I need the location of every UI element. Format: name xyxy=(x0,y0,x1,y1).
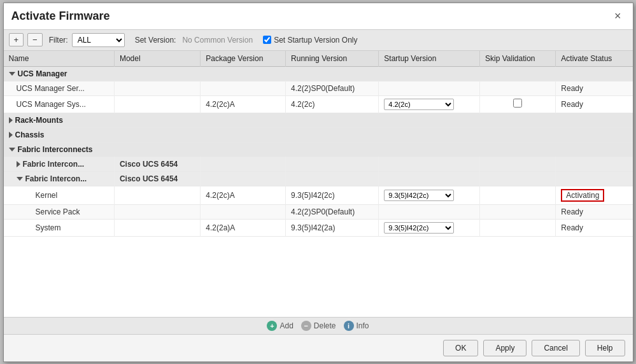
data-row-running-version: 4.2(2c) xyxy=(286,95,379,113)
data-row-package-version: 4.2(2a)A xyxy=(201,219,286,236)
data-row-package-version xyxy=(201,204,286,219)
expand-icon xyxy=(9,117,13,123)
table-header-row: Name Model Package Version Running Versi… xyxy=(4,51,633,67)
delete-label: Delete xyxy=(314,321,336,330)
subgroup-row-model: Cisco UCS 6454 xyxy=(114,157,200,171)
set-startup-checkbox[interactable] xyxy=(263,36,271,44)
info-label: Info xyxy=(357,321,369,330)
set-version-label: Set Version: xyxy=(135,36,176,45)
activate-firmware-dialog: Activate Firmware × + − Filter: ALL Read… xyxy=(3,3,633,362)
close-button[interactable]: × xyxy=(611,9,625,23)
table-row[interactable]: Service Pack4.2(2)SP0(Default)Ready xyxy=(4,204,633,219)
data-row-activate-status: Ready xyxy=(556,219,633,236)
data-row-name: UCS Manager Ser... xyxy=(4,81,115,95)
data-row-activate-status: Activating xyxy=(556,186,633,204)
delete-action[interactable]: − Delete xyxy=(301,321,336,331)
collapse-icon xyxy=(9,72,15,76)
data-row-running-version: 9.3(5)I42(2c) xyxy=(286,186,379,204)
data-row-activate-status: Ready xyxy=(556,81,633,95)
startup-version-select[interactable]: 4.2(2c) xyxy=(384,99,454,110)
data-row-activate-status: Ready xyxy=(556,204,633,219)
table-row[interactable]: UCS Manager Ser...4.2(2)SP0(Default)Read… xyxy=(4,81,633,95)
data-row-startup-version[interactable]: 4.2(2c) xyxy=(379,95,480,113)
data-row-startup-version xyxy=(379,81,480,95)
cancel-button[interactable]: Cancel xyxy=(532,340,579,356)
data-row-skip-validation xyxy=(480,186,556,204)
subgroup-row-model: Cisco UCS 6454 xyxy=(114,171,200,186)
data-row-model xyxy=(114,95,200,113)
add-button[interactable]: + xyxy=(9,33,24,46)
table-row: Fabric Intercon...Cisco UCS 6454 xyxy=(4,157,633,171)
data-row-startup-version[interactable]: 9.3(5)I42(2c) xyxy=(379,186,480,204)
help-button[interactable]: Help xyxy=(585,340,625,356)
col-name: Name xyxy=(4,51,115,67)
table-row[interactable]: System4.2(2a)A9.3(5)I42(2a)9.3(5)I42(2c)… xyxy=(4,219,633,236)
set-version-value: No Common Version xyxy=(182,36,253,45)
data-row-package-version: 4.2(2c)A xyxy=(201,186,286,204)
data-row-activate-status: Ready xyxy=(556,95,633,113)
data-row-skip-validation[interactable] xyxy=(480,95,556,113)
data-row-name: System xyxy=(4,219,115,236)
startup-version-select[interactable]: 9.3(5)I42(2c) xyxy=(384,222,454,234)
col-skip-validation: Skip Validation xyxy=(480,51,556,67)
data-row-running-version: 9.3(5)I42(2a) xyxy=(286,219,379,236)
skip-validation-checkbox[interactable] xyxy=(513,99,522,108)
data-row-model xyxy=(114,204,200,219)
data-row-model xyxy=(114,219,200,236)
collapse-icon xyxy=(17,177,23,181)
dialog-header: Activate Firmware × xyxy=(4,3,633,30)
subgroup-row-name[interactable]: Fabric Intercon... xyxy=(4,157,115,171)
filter-label: Filter: xyxy=(49,36,68,45)
add-label: Add xyxy=(279,321,293,330)
col-package-version: Package Version xyxy=(201,51,286,67)
toolbar: + − Filter: ALL Ready Activating Set Ver… xyxy=(4,30,633,51)
group-row-name[interactable]: Fabric Interconnects xyxy=(4,142,633,157)
table-row: Fabric Interconnects xyxy=(4,142,633,157)
apply-button[interactable]: Apply xyxy=(483,340,526,356)
data-row-skip-validation xyxy=(480,219,556,236)
table-area: Name Model Package Version Running Versi… xyxy=(4,51,633,317)
data-row-package-version: 4.2(2c)A xyxy=(201,95,286,113)
table-row: UCS Manager xyxy=(4,66,633,81)
table-row[interactable]: UCS Manager Sys...4.2(2c)A4.2(2c)4.2(2c)… xyxy=(4,95,633,113)
col-startup-version: Startup Version xyxy=(379,51,480,67)
data-row-model xyxy=(114,81,200,95)
info-action[interactable]: i Info xyxy=(344,321,369,331)
table-row: Rack-Mounts xyxy=(4,113,633,127)
status-activating-badge: Activating xyxy=(561,189,604,202)
remove-button[interactable]: − xyxy=(27,33,43,46)
expand-icon xyxy=(17,161,20,167)
delete-icon: − xyxy=(301,321,311,331)
table-row[interactable]: Kernel4.2(2c)A9.3(5)I42(2c)9.3(5)I42(2c)… xyxy=(4,186,633,204)
data-row-skip-validation xyxy=(480,204,556,219)
col-model: Model xyxy=(114,51,200,67)
info-icon: i xyxy=(344,321,354,331)
group-row-name[interactable]: UCS Manager xyxy=(4,66,633,81)
data-row-name: UCS Manager Sys... xyxy=(4,95,115,113)
col-running-version: Running Version xyxy=(286,51,379,67)
firmware-table: Name Model Package Version Running Versi… xyxy=(4,51,633,237)
collapse-icon xyxy=(9,148,15,151)
group-row-name[interactable]: Chassis xyxy=(4,127,633,142)
data-row-running-version: 4.2(2)SP0(Default) xyxy=(286,204,379,219)
group-row-name[interactable]: Rack-Mounts xyxy=(4,113,633,127)
data-row-startup-version[interactable]: 9.3(5)I42(2c) xyxy=(379,219,480,236)
data-row-running-version: 4.2(2)SP0(Default) xyxy=(286,81,379,95)
ok-button[interactable]: OK xyxy=(443,340,478,356)
add-icon: + xyxy=(267,321,277,331)
data-row-startup-version xyxy=(379,204,480,219)
filter-select[interactable]: ALL Ready Activating xyxy=(72,33,125,47)
data-row-package-version xyxy=(201,81,286,95)
startup-version-select[interactable]: 9.3(5)I42(2c) xyxy=(384,190,454,201)
expand-icon xyxy=(9,132,13,138)
subgroup-row-name[interactable]: Fabric Intercon... xyxy=(4,171,115,186)
dialog-title: Activate Firmware xyxy=(11,10,110,23)
set-startup-label[interactable]: Set Startup Version Only xyxy=(263,36,357,45)
col-activate-status: Activate Status xyxy=(556,51,633,67)
data-row-skip-validation xyxy=(480,81,556,95)
footer: OK Apply Cancel Help xyxy=(4,334,633,361)
data-row-model xyxy=(114,186,200,204)
table-row: Fabric Intercon...Cisco UCS 6454 xyxy=(4,171,633,186)
add-action[interactable]: + Add xyxy=(267,321,293,331)
data-row-name: Kernel xyxy=(4,186,115,204)
